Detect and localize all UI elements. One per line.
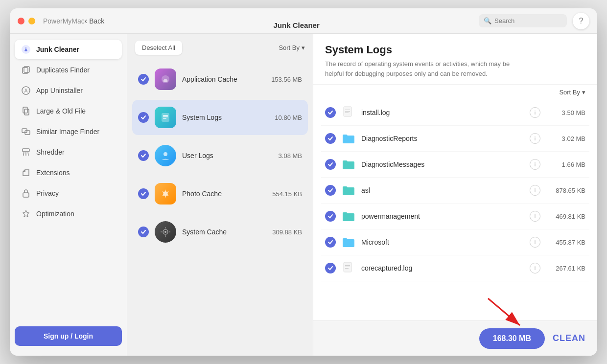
list-item[interactable]: corecaptured.log i 267.61 KB xyxy=(321,255,589,281)
check-icon xyxy=(325,237,336,248)
sidebar-item-extensions[interactable]: Extensions xyxy=(15,163,122,182)
sidebar-item-duplicates-finder[interactable]: Duplicates Finder xyxy=(15,60,122,80)
check-icon xyxy=(138,74,149,85)
sidebar: Junk Cleaner Duplicates Finder A xyxy=(10,34,127,356)
info-icon[interactable]: i xyxy=(530,159,540,170)
close-button[interactable] xyxy=(18,18,24,24)
file-icon xyxy=(21,106,31,116)
app-window: PowerMyMac ‹ Back Junk Cleaner 🔍 ? xyxy=(10,8,597,356)
info-icon[interactable]: i xyxy=(530,185,540,196)
svg-point-17 xyxy=(163,152,167,156)
list-item[interactable]: System Cache 309.88 KB xyxy=(132,214,308,250)
check-icon xyxy=(325,133,336,144)
search-input[interactable] xyxy=(494,17,562,24)
back-button[interactable]: ‹ Back xyxy=(85,17,104,25)
sidebar-item-app-uninstaller[interactable]: A App Uninstaller xyxy=(15,81,122,100)
svg-rect-14 xyxy=(163,115,168,116)
chevron-left-icon: ‹ xyxy=(85,17,87,25)
right-title: System Logs xyxy=(325,44,585,56)
user-logs-size: 3.08 MB xyxy=(279,152,302,159)
photo-cache-size: 554.15 KB xyxy=(272,190,302,198)
list-item[interactable]: powermanagement i 469.81 KB xyxy=(321,204,589,229)
app-icon: A xyxy=(21,85,31,96)
help-button[interactable]: ? xyxy=(573,13,589,29)
deselect-all-button[interactable]: Deselect All xyxy=(135,41,182,55)
total-size-button[interactable]: 168.30 MB xyxy=(479,328,545,349)
middle-panel: Deselect All Sort By ▾ xyxy=(127,34,313,356)
right-sort-button[interactable]: Sort By ▾ xyxy=(559,89,585,96)
sidebar-item-junk-cleaner-label: Junk Cleaner xyxy=(36,46,79,53)
sort-by-label: Sort By xyxy=(279,44,300,51)
check-icon xyxy=(138,227,149,237)
info-icon[interactable]: i xyxy=(530,107,540,118)
sidebar-item-shredder[interactable]: Shredder xyxy=(15,142,122,162)
chevron-down-icon: ▾ xyxy=(582,89,585,96)
system-cache-size: 309.88 KB xyxy=(272,228,302,236)
svg-text:A: A xyxy=(24,88,28,93)
system-logs-size: 10.80 MB xyxy=(275,114,302,121)
check-icon xyxy=(325,107,336,118)
search-bar[interactable]: 🔍 xyxy=(479,14,567,27)
info-icon[interactable]: i xyxy=(530,263,540,273)
check-icon xyxy=(138,188,149,199)
list-item[interactable]: Photo Cache 554.15 KB xyxy=(132,176,308,211)
app-cache-name: Application Cache xyxy=(182,75,265,83)
svg-rect-27 xyxy=(345,267,350,267)
middle-header: Deselect All Sort By ▾ xyxy=(127,34,313,62)
list-item[interactable]: User Logs 3.08 MB xyxy=(132,138,308,173)
sidebar-item-privacy-label: Privacy xyxy=(36,189,59,197)
help-icon: ? xyxy=(579,17,584,25)
file-size: 469.81 KB xyxy=(546,213,585,220)
file-name: corecaptured.log xyxy=(361,264,524,272)
sort-by-button[interactable]: Sort By ▾ xyxy=(279,44,305,51)
list-item[interactable]: asl i 878.65 KB xyxy=(321,178,589,204)
svg-rect-1 xyxy=(26,47,26,48)
list-item[interactable]: Application Cache 153.56 MB xyxy=(132,62,308,97)
bottom-bar: 168.30 MB CLEAN xyxy=(313,320,597,356)
sidebar-item-optimization[interactable]: Optimization xyxy=(15,204,122,224)
sidebar-item-large-old-file[interactable]: Large & Old File xyxy=(15,101,122,121)
list-item[interactable]: System Logs 10.80 MB xyxy=(132,100,308,135)
svg-rect-11 xyxy=(23,193,29,197)
svg-point-20 xyxy=(164,231,166,233)
check-icon xyxy=(138,112,149,123)
minimize-button[interactable] xyxy=(28,18,35,24)
clean-button[interactable]: CLEAN xyxy=(553,333,585,343)
check-icon xyxy=(325,211,336,222)
svg-rect-23 xyxy=(345,111,350,112)
svg-rect-6 xyxy=(23,107,27,113)
sidebar-item-similar-label: Similar Image Finder xyxy=(36,128,99,136)
folder-icon xyxy=(342,209,355,223)
chevron-down-icon: ▾ xyxy=(302,44,305,51)
info-icon[interactable]: i xyxy=(530,237,540,248)
shredder-icon xyxy=(21,147,31,158)
system-logs-icon xyxy=(155,107,176,128)
list-item[interactable]: DiagnosticReports i 3.02 MB xyxy=(321,126,589,152)
page-title: Junk Cleaner xyxy=(274,21,320,29)
sidebar-item-largefile-label: Large & Old File xyxy=(36,107,86,115)
signup-button[interactable]: Sign up / Login xyxy=(15,326,122,346)
file-name: install.log xyxy=(361,109,524,116)
file-size: 1.66 MB xyxy=(546,161,585,168)
file-name: powermanagement xyxy=(361,212,524,220)
list-item[interactable]: install.log i 3.50 MB xyxy=(321,100,589,126)
traffic-lights xyxy=(18,18,35,24)
duplicate-icon xyxy=(21,65,31,75)
sidebar-item-junk-cleaner[interactable]: Junk Cleaner xyxy=(15,40,122,59)
list-item[interactable]: DiagnosticMessages i 1.66 MB xyxy=(321,152,589,178)
sidebar-item-privacy[interactable]: Privacy xyxy=(15,183,122,203)
info-icon[interactable]: i xyxy=(530,133,540,144)
image-icon xyxy=(21,126,31,137)
sidebar-item-duplicates-label: Duplicates Finder xyxy=(36,66,90,74)
sidebar-item-optimization-label: Optimization xyxy=(36,210,74,218)
svg-rect-22 xyxy=(345,110,350,110)
info-icon[interactable]: i xyxy=(530,211,540,222)
check-icon xyxy=(325,185,336,196)
sidebar-item-similar-image[interactable]: Similar Image Finder xyxy=(15,122,122,141)
list-item[interactable]: Microsoft i 455.87 KB xyxy=(321,229,589,255)
file-size: 878.65 KB xyxy=(546,187,585,194)
app-cache-icon xyxy=(155,68,176,90)
folder-icon xyxy=(342,183,355,197)
back-label: Back xyxy=(89,17,104,25)
sidebar-item-appuninstaller-label: App Uninstaller xyxy=(36,87,83,94)
